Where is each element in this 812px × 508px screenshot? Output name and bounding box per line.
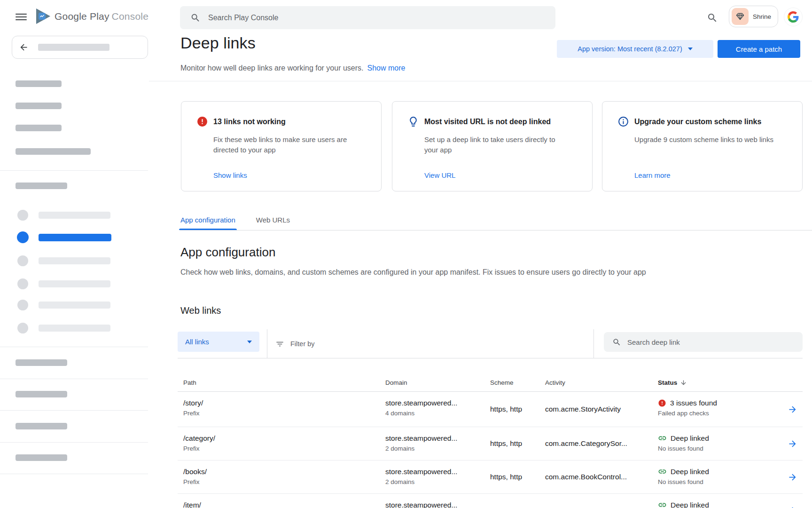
web-links-table: Path Domain Scheme Activity Status /stor… <box>178 374 803 508</box>
sidebar-skeleton-bar <box>16 125 62 131</box>
menu-icon[interactable] <box>16 12 27 22</box>
sidebar-skeleton-bar <box>39 280 110 287</box>
table-header-row: Path Domain Scheme Activity Status <box>178 374 803 392</box>
error-icon <box>658 399 666 407</box>
shrine-app-icon <box>732 8 749 25</box>
path-value: /category/ <box>183 433 385 443</box>
google-account-avatar[interactable] <box>784 8 803 26</box>
chevron-down-icon <box>247 341 252 343</box>
global-search-bar[interactable] <box>180 6 555 29</box>
sidebar-skeleton-bar <box>16 359 67 366</box>
sidebar-divider <box>0 410 148 411</box>
page-subtitle: Monitor how well deep links are working … <box>180 64 364 72</box>
filter-divider <box>267 329 267 358</box>
notice-card-most-visited-url: Most visited URL is not deep linked Set … <box>392 101 593 191</box>
status-value: Deep linked <box>671 500 709 508</box>
sidebar-skeleton-circle <box>17 255 28 266</box>
status-detail: No issues found <box>658 478 782 485</box>
app-version-label: App version: Most recent (8.2.027) <box>578 45 682 53</box>
scheme-value: https, http <box>490 460 545 493</box>
notice-card-links-not-working: 13 links not working Fix these web links… <box>181 101 382 191</box>
sidebar-skeleton-bar <box>16 454 67 461</box>
app-version-dropdown[interactable]: App version: Most recent (8.2.027) <box>557 40 713 58</box>
deep-link-search-input[interactable] <box>627 338 778 346</box>
path-type: Prefix <box>183 478 385 485</box>
card-title: 13 links not working <box>213 118 286 126</box>
sidebar-skeleton-bar <box>39 234 111 241</box>
domain-count: 4 domains <box>385 410 490 417</box>
links-filter-dropdown[interactable]: All links <box>178 332 259 352</box>
links-filter-value: All links <box>185 338 209 346</box>
google-g-icon <box>788 11 799 23</box>
global-search-input[interactable] <box>208 14 500 22</box>
domain-count: 2 domains <box>385 478 490 485</box>
back-arrow-icon <box>19 42 29 52</box>
table-row[interactable]: /item/ store.steampowered... Deep linked <box>178 494 803 508</box>
status-detail: Failed app checks <box>658 410 782 417</box>
back-navigation[interactable] <box>12 36 148 59</box>
open-row-arrow-icon[interactable] <box>788 472 797 482</box>
path-value: /item/ <box>183 500 385 508</box>
sidebar-skeleton-bar <box>38 44 109 51</box>
sidebar-divider <box>0 170 148 171</box>
web-links-title: Web links <box>180 305 221 316</box>
activity-value: com.acme.StoryActivity <box>545 392 658 427</box>
scheme-value <box>490 494 545 508</box>
app-switcher-shrine[interactable]: Shrine <box>729 6 778 27</box>
sidebar-skeleton-bar <box>16 423 67 429</box>
sidebar-skeleton-circle <box>17 278 28 289</box>
sidebar-skeleton-circle <box>17 231 29 243</box>
filter-by-button[interactable]: Filter by <box>275 329 315 358</box>
sidebar-skeleton-bar <box>16 391 67 397</box>
open-row-arrow-icon[interactable] <box>788 439 797 449</box>
column-header-path: Path <box>178 374 385 391</box>
sort-descending-icon <box>680 379 687 386</box>
show-links-link[interactable]: Show links <box>213 171 247 179</box>
activity-value <box>545 494 658 508</box>
create-patch-button[interactable]: Create a patch <box>718 40 800 58</box>
learn-more-link[interactable]: Learn more <box>634 171 671 179</box>
deep-link-icon <box>658 434 667 443</box>
domain-value: store.steampowered... <box>385 398 490 408</box>
column-header-status-sort[interactable]: Status <box>658 374 782 391</box>
open-row-arrow-icon[interactable] <box>788 506 797 508</box>
filter-by-label: Filter by <box>290 340 315 348</box>
tab-app-configuration[interactable]: App configuration <box>180 216 235 230</box>
card-title: Most visited URL is not deep linked <box>424 118 551 126</box>
chevron-down-icon <box>688 48 693 50</box>
page-title: Deep links <box>180 34 256 52</box>
path-type: Prefix <box>183 410 385 417</box>
logo-brand-text: Google Play <box>55 11 109 22</box>
sidebar-divider <box>0 474 148 474</box>
show-more-link[interactable]: Show more <box>367 64 406 72</box>
view-url-link[interactable]: View URL <box>424 171 455 179</box>
table-row[interactable]: /category/ Prefix store.steampowered... … <box>178 427 803 460</box>
sidebar-skeleton-circle <box>17 300 28 310</box>
filter-divider <box>593 329 594 358</box>
tab-bar: App configuration Web URLs <box>180 216 290 230</box>
play-console-logo[interactable]: Google PlayConsole <box>36 8 148 24</box>
table-row[interactable]: /story/ Prefix store.steampowered... 4 d… <box>178 392 803 427</box>
domain-value: store.steampowered... <box>385 433 490 443</box>
scheme-value: https, http <box>490 427 545 460</box>
deep-link-search-bar[interactable] <box>604 332 803 352</box>
sidebar-skeleton-circle <box>17 210 28 221</box>
card-body: Fix these web links to make sure users a… <box>213 135 357 155</box>
filter-icon <box>275 340 284 349</box>
notice-card-upgrade-schemes: Upgrade your custom scheme links Upgrade… <box>602 101 803 191</box>
path-value: /books/ <box>183 467 385 476</box>
play-logo-icon <box>36 8 50 24</box>
search-button[interactable] <box>705 10 720 25</box>
tab-web-urls[interactable]: Web URLs <box>256 216 290 230</box>
card-title: Upgrade your custom scheme links <box>634 118 761 126</box>
sidebar-skeleton-bar <box>16 183 67 189</box>
search-icon <box>612 338 621 347</box>
table-row[interactable]: /books/ Prefix store.steampowered... 2 d… <box>178 460 803 494</box>
deep-link-icon <box>658 467 667 476</box>
sidebar-skeleton-bar <box>39 212 110 219</box>
status-value: 3 issues found <box>670 398 717 408</box>
open-row-arrow-icon[interactable] <box>788 405 797 414</box>
search-icon <box>707 12 718 24</box>
activity-value: com.acme.BookControl... <box>545 460 658 493</box>
sidebar-skeleton-bar <box>39 325 110 332</box>
